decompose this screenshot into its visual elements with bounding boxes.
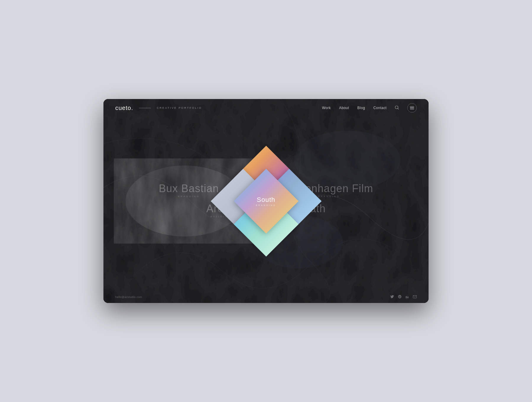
navbar: cueto. CREATIVE PORTFOLIO Work About Blo…	[103, 99, 429, 117]
nav-work[interactable]: Work	[322, 106, 331, 110]
email-icon[interactable]	[413, 295, 417, 299]
menu-line-1	[410, 106, 414, 107]
footer-social: Bē	[390, 295, 417, 299]
logo-divider	[139, 108, 151, 108]
behance-icon[interactable]: Bē	[406, 296, 409, 299]
svg-line-7	[398, 108, 399, 109]
device-frame: cueto. CREATIVE PORTFOLIO Work About Blo…	[103, 99, 429, 303]
footer-email: hello@a2studio.com	[115, 296, 142, 299]
south-category-text: BRANDING	[256, 204, 276, 206]
nav-about[interactable]: About	[339, 106, 349, 110]
logo-text: cueto.	[115, 105, 133, 111]
center-card[interactable]: South BRANDING	[220, 155, 312, 247]
main-content: South BRANDING	[103, 99, 429, 303]
nav-contact[interactable]: Contact	[373, 106, 387, 110]
search-icon[interactable]	[395, 106, 399, 111]
twitter-icon[interactable]	[390, 295, 394, 299]
south-title-text: South	[256, 196, 276, 204]
svg-point-6	[395, 106, 398, 109]
nav-blog[interactable]: Blog	[357, 106, 365, 110]
tagline: CREATIVE PORTFOLIO	[157, 106, 202, 109]
menu-line-2	[410, 108, 414, 108]
menu-line-3	[410, 109, 414, 110]
footer: hello@a2studio.com Bē	[103, 291, 429, 303]
nav-links: Work About Blog Contact	[322, 103, 417, 113]
hamburger-menu-button[interactable]	[407, 103, 417, 113]
south-label: South BRANDING	[256, 196, 276, 206]
logo-section: cueto. CREATIVE PORTFOLIO	[115, 105, 202, 111]
pinterest-icon[interactable]	[398, 295, 401, 299]
